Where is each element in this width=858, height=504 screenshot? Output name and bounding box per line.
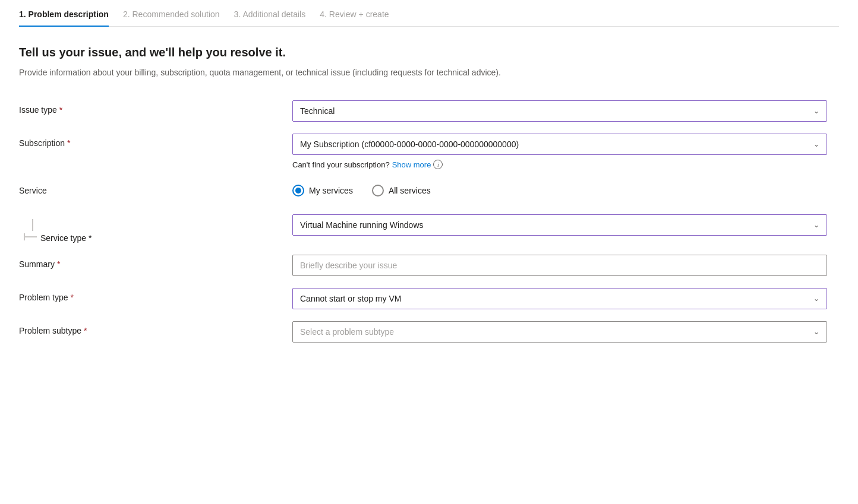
page-title: Tell us your issue, and we'll help you r…	[19, 46, 839, 59]
step-3[interactable]: 3. Additional details	[234, 0, 320, 26]
problem-subtype-row: Problem subtype * Select a problem subty…	[19, 321, 839, 343]
service-control: My services All services	[292, 181, 827, 196]
subscription-label: Subscription *	[19, 134, 292, 148]
subscription-required: *	[67, 138, 70, 148]
problem-subtype-select[interactable]: Select a problem subtype ⌄	[292, 321, 827, 343]
service-type-chevron: ⌄	[813, 221, 819, 229]
problem-type-chevron: ⌄	[813, 294, 819, 303]
service-type-value: Virtual Machine running Windows	[300, 220, 424, 230]
summary-required: *	[57, 259, 60, 269]
subscription-hint: Can't find your subscription? Show more …	[292, 160, 827, 169]
problem-subtype-chevron: ⌄	[813, 328, 819, 336]
problem-subtype-control: Select a problem subtype ⌄	[292, 321, 827, 343]
service-type-indent: Service type *	[19, 214, 292, 243]
summary-input[interactable]	[292, 255, 827, 276]
issue-type-chevron: ⌄	[813, 107, 819, 115]
info-icon[interactable]: i	[433, 160, 443, 169]
service-type-select[interactable]: Virtual Machine running Windows ⌄	[292, 214, 827, 236]
summary-label: Summary *	[19, 255, 292, 269]
radio-my-services[interactable]: My services	[292, 185, 353, 196]
subscription-control: My Subscription (cf00000-0000-0000-0000-…	[292, 134, 827, 169]
summary-row: Summary *	[19, 255, 839, 276]
service-type-row: Service type * Virtual Machine running W…	[19, 214, 839, 243]
issue-type-row: Issue type * Technical ⌄	[19, 100, 839, 122]
service-type-required: *	[89, 233, 92, 243]
radio-all-services-circle	[372, 185, 384, 196]
step-3-label: 3. Additional details	[234, 9, 306, 19]
step-4[interactable]: 4. Review + create	[320, 0, 403, 26]
issue-type-label: Issue type *	[19, 100, 292, 115]
step-2-label: 2. Recommended solution	[123, 9, 220, 19]
radio-my-services-label: My services	[309, 186, 353, 195]
step-2[interactable]: 2. Recommended solution	[123, 0, 234, 26]
problem-type-select[interactable]: Cannot start or stop my VM ⌄	[292, 288, 827, 309]
service-row: Service My services All services	[19, 181, 839, 202]
problem-type-label: Problem type *	[19, 288, 292, 302]
summary-control	[292, 255, 827, 276]
step-4-label: 4. Review + create	[320, 9, 389, 19]
issue-type-required: *	[59, 105, 62, 115]
problem-subtype-label: Problem subtype *	[19, 321, 292, 335]
service-type-label: Service type *	[40, 231, 92, 243]
page-description: Provide information about your billing, …	[19, 66, 554, 79]
step-1[interactable]: 1. Problem description	[19, 0, 123, 26]
subscription-value: My Subscription (cf00000-0000-0000-0000-…	[300, 140, 519, 149]
subscription-row: Subscription * My Subscription (cf00000-…	[19, 134, 839, 169]
radio-all-services[interactable]: All services	[372, 185, 431, 196]
problem-subtype-required: *	[84, 326, 87, 335]
show-more-link[interactable]: Show more	[392, 160, 431, 169]
issue-type-value: Technical	[300, 106, 335, 116]
issue-type-select[interactable]: Technical ⌄	[292, 100, 827, 122]
problem-type-value: Cannot start or stop my VM	[300, 294, 401, 303]
service-label: Service	[19, 181, 292, 195]
subscription-select[interactable]: My Subscription (cf00000-0000-0000-0000-…	[292, 134, 827, 155]
service-radio-group: My services All services	[292, 181, 827, 196]
problem-subtype-placeholder: Select a problem subtype	[300, 327, 394, 337]
problem-type-required: *	[70, 293, 73, 302]
radio-my-services-circle	[292, 185, 304, 196]
subscription-chevron: ⌄	[813, 140, 819, 148]
problem-type-row: Problem type * Cannot start or stop my V…	[19, 288, 839, 309]
step-1-label: 1. Problem description	[19, 9, 109, 19]
issue-type-control: Technical ⌄	[292, 100, 827, 122]
page-container: 1. Problem description 2. Recommended so…	[0, 0, 858, 504]
service-type-control: Virtual Machine running Windows ⌄	[292, 214, 827, 236]
steps-nav: 1. Problem description 2. Recommended so…	[19, 0, 839, 27]
problem-type-control: Cannot start or stop my VM ⌄	[292, 288, 827, 309]
radio-all-services-label: All services	[389, 186, 431, 195]
